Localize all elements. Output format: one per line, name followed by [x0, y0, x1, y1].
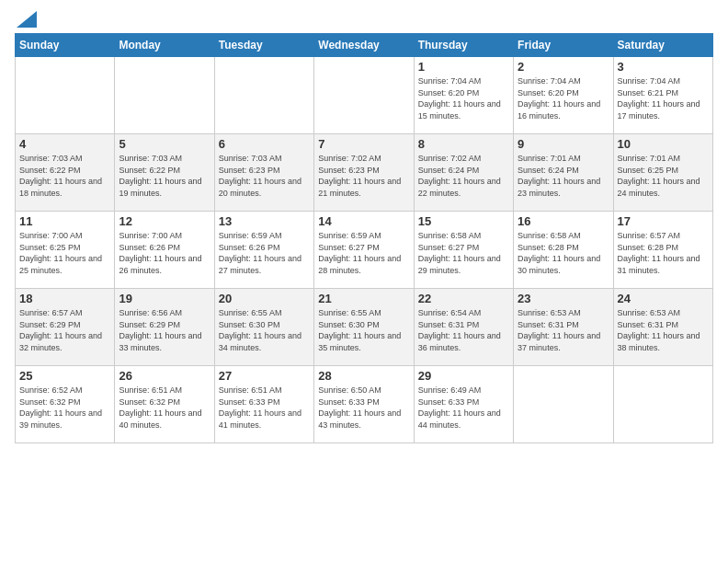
day-number: 24 — [618, 292, 709, 305]
day-info: Sunrise: 7:03 AM Sunset: 6:23 PM Dayligh… — [219, 153, 310, 199]
calendar-cell: 9Sunrise: 7:01 AM Sunset: 6:24 PM Daylig… — [514, 134, 613, 212]
day-number: 12 — [119, 214, 210, 228]
day-number: 20 — [219, 292, 310, 305]
calendar-cell: 28Sunrise: 6:50 AM Sunset: 6:33 PM Dayli… — [314, 366, 414, 443]
day-number: 22 — [418, 292, 509, 305]
day-number: 13 — [219, 214, 310, 228]
calendar-cell: 18Sunrise: 6:57 AM Sunset: 6:29 PM Dayli… — [16, 289, 115, 366]
day-number: 4 — [19, 137, 110, 151]
day-info: Sunrise: 7:02 AM Sunset: 6:24 PM Dayligh… — [418, 153, 509, 199]
day-number: 19 — [119, 292, 210, 305]
calendar-cell: 10Sunrise: 7:01 AM Sunset: 6:25 PM Dayli… — [613, 134, 712, 212]
calendar-cell: 19Sunrise: 6:56 AM Sunset: 6:29 PM Dayli… — [115, 289, 214, 366]
day-number: 3 — [618, 60, 709, 74]
calendar-cell: 5Sunrise: 7:03 AM Sunset: 6:22 PM Daylig… — [115, 134, 214, 212]
day-info: Sunrise: 6:51 AM Sunset: 6:32 PM Dayligh… — [119, 385, 210, 431]
calendar-cell: 27Sunrise: 6:51 AM Sunset: 6:33 PM Dayli… — [214, 366, 313, 443]
day-info: Sunrise: 7:02 AM Sunset: 6:23 PM Dayligh… — [318, 153, 409, 199]
day-number: 7 — [318, 137, 409, 151]
day-info: Sunrise: 6:59 AM Sunset: 6:27 PM Dayligh… — [318, 230, 409, 276]
calendar-cell: 22Sunrise: 6:54 AM Sunset: 6:31 PM Dayli… — [414, 289, 513, 366]
day-number: 10 — [618, 137, 709, 151]
calendar-cell — [16, 57, 115, 134]
week-row-4: 25Sunrise: 6:52 AM Sunset: 6:32 PM Dayli… — [16, 366, 713, 443]
day-info: Sunrise: 6:55 AM Sunset: 6:30 PM Dayligh… — [219, 307, 310, 353]
calendar-cell — [115, 57, 214, 134]
day-info: Sunrise: 6:57 AM Sunset: 6:29 PM Dayligh… — [19, 307, 110, 353]
day-info: Sunrise: 6:58 AM Sunset: 6:28 PM Dayligh… — [518, 230, 609, 276]
day-info: Sunrise: 7:03 AM Sunset: 6:22 PM Dayligh… — [119, 153, 210, 199]
day-info: Sunrise: 6:58 AM Sunset: 6:27 PM Dayligh… — [418, 230, 509, 276]
week-row-0: 1Sunrise: 7:04 AM Sunset: 6:20 PM Daylig… — [16, 57, 713, 134]
day-number: 23 — [518, 292, 609, 305]
day-number: 26 — [119, 369, 210, 383]
day-info: Sunrise: 6:53 AM Sunset: 6:31 PM Dayligh… — [518, 307, 609, 353]
day-info: Sunrise: 7:00 AM Sunset: 6:25 PM Dayligh… — [19, 230, 110, 276]
calendar-cell: 11Sunrise: 7:00 AM Sunset: 6:25 PM Dayli… — [16, 212, 115, 289]
day-info: Sunrise: 6:49 AM Sunset: 6:33 PM Dayligh… — [418, 385, 509, 431]
logo-icon — [17, 11, 37, 28]
day-number: 11 — [19, 214, 110, 228]
week-row-3: 18Sunrise: 6:57 AM Sunset: 6:29 PM Dayli… — [16, 289, 713, 366]
weekday-header-wednesday: Wednesday — [314, 34, 414, 57]
calendar-cell: 17Sunrise: 6:57 AM Sunset: 6:28 PM Dayli… — [613, 212, 712, 289]
day-info: Sunrise: 6:53 AM Sunset: 6:31 PM Dayligh… — [618, 307, 709, 353]
svg-marker-0 — [17, 11, 37, 28]
calendar-cell: 6Sunrise: 7:03 AM Sunset: 6:23 PM Daylig… — [214, 134, 313, 212]
calendar-cell: 14Sunrise: 6:59 AM Sunset: 6:27 PM Dayli… — [314, 212, 414, 289]
calendar-cell — [613, 366, 712, 443]
calendar-cell: 26Sunrise: 6:51 AM Sunset: 6:32 PM Dayli… — [115, 366, 214, 443]
day-number: 9 — [518, 137, 609, 151]
calendar-cell: 3Sunrise: 7:04 AM Sunset: 6:21 PM Daylig… — [613, 57, 712, 134]
calendar-cell: 21Sunrise: 6:55 AM Sunset: 6:30 PM Dayli… — [314, 289, 414, 366]
calendar-cell: 12Sunrise: 7:00 AM Sunset: 6:26 PM Dayli… — [115, 212, 214, 289]
page: SundayMondayTuesdayWednesdayThursdayFrid… — [0, 0, 728, 563]
day-number: 1 — [418, 60, 509, 74]
day-number: 5 — [119, 137, 210, 151]
day-number: 29 — [418, 369, 509, 383]
day-number: 8 — [418, 137, 509, 151]
day-info: Sunrise: 7:00 AM Sunset: 6:26 PM Dayligh… — [119, 230, 210, 276]
calendar-cell — [314, 57, 414, 134]
day-number: 2 — [518, 60, 609, 74]
calendar-cell: 29Sunrise: 6:49 AM Sunset: 6:33 PM Dayli… — [414, 366, 513, 443]
calendar-cell: 16Sunrise: 6:58 AM Sunset: 6:28 PM Dayli… — [514, 212, 613, 289]
calendar-cell: 8Sunrise: 7:02 AM Sunset: 6:24 PM Daylig… — [414, 134, 513, 212]
day-info: Sunrise: 6:52 AM Sunset: 6:32 PM Dayligh… — [19, 385, 110, 431]
calendar-cell: 25Sunrise: 6:52 AM Sunset: 6:32 PM Dayli… — [16, 366, 115, 443]
week-row-1: 4Sunrise: 7:03 AM Sunset: 6:22 PM Daylig… — [16, 134, 713, 212]
day-info: Sunrise: 7:01 AM Sunset: 6:25 PM Dayligh… — [618, 153, 709, 199]
day-number: 6 — [219, 137, 310, 151]
calendar-cell: 1Sunrise: 7:04 AM Sunset: 6:20 PM Daylig… — [414, 57, 513, 134]
weekday-header-saturday: Saturday — [613, 34, 712, 57]
calendar-cell: 4Sunrise: 7:03 AM Sunset: 6:22 PM Daylig… — [16, 134, 115, 212]
day-info: Sunrise: 6:57 AM Sunset: 6:28 PM Dayligh… — [618, 230, 709, 276]
day-info: Sunrise: 7:04 AM Sunset: 6:20 PM Dayligh… — [518, 75, 609, 121]
day-number: 14 — [318, 214, 409, 228]
day-info: Sunrise: 6:54 AM Sunset: 6:31 PM Dayligh… — [418, 307, 509, 353]
day-number: 21 — [318, 292, 409, 305]
day-number: 25 — [19, 369, 110, 383]
day-number: 27 — [219, 369, 310, 383]
day-info: Sunrise: 7:04 AM Sunset: 6:20 PM Dayligh… — [418, 75, 509, 121]
header — [15, 9, 713, 28]
week-row-2: 11Sunrise: 7:00 AM Sunset: 6:25 PM Dayli… — [16, 212, 713, 289]
calendar-cell: 7Sunrise: 7:02 AM Sunset: 6:23 PM Daylig… — [314, 134, 414, 212]
calendar-cell: 24Sunrise: 6:53 AM Sunset: 6:31 PM Dayli… — [613, 289, 712, 366]
weekday-header-tuesday: Tuesday — [214, 34, 313, 57]
day-info: Sunrise: 6:51 AM Sunset: 6:33 PM Dayligh… — [219, 385, 310, 431]
calendar-cell: 2Sunrise: 7:04 AM Sunset: 6:20 PM Daylig… — [514, 57, 613, 134]
day-info: Sunrise: 6:55 AM Sunset: 6:30 PM Dayligh… — [318, 307, 409, 353]
weekday-header-friday: Friday — [514, 34, 613, 57]
day-number: 15 — [418, 214, 509, 228]
calendar-cell: 23Sunrise: 6:53 AM Sunset: 6:31 PM Dayli… — [514, 289, 613, 366]
weekday-header-thursday: Thursday — [414, 34, 513, 57]
logo — [15, 13, 37, 28]
calendar-cell — [214, 57, 313, 134]
weekday-header-monday: Monday — [115, 34, 214, 57]
calendar-cell — [514, 366, 613, 443]
day-info: Sunrise: 7:01 AM Sunset: 6:24 PM Dayligh… — [518, 153, 609, 199]
weekday-header-row: SundayMondayTuesdayWednesdayThursdayFrid… — [16, 34, 713, 57]
day-info: Sunrise: 7:03 AM Sunset: 6:22 PM Dayligh… — [19, 153, 110, 199]
calendar-cell: 13Sunrise: 6:59 AM Sunset: 6:26 PM Dayli… — [214, 212, 313, 289]
